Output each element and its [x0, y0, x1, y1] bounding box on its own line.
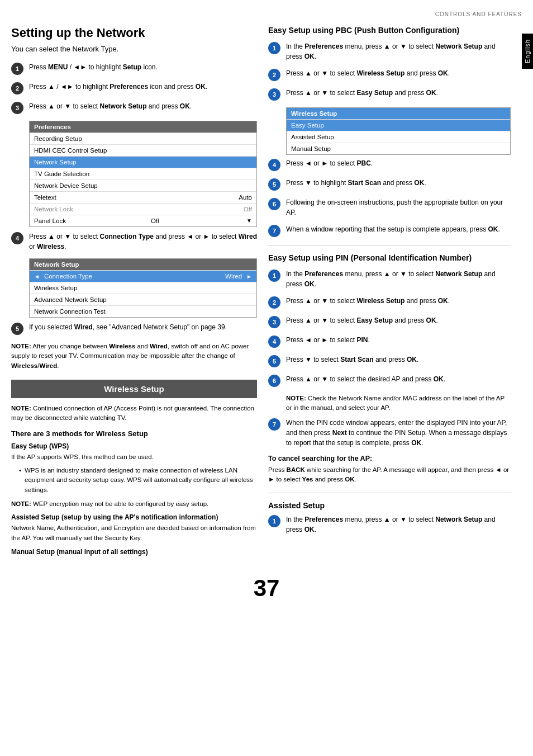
- menu-item-network-lock: Network Lock Off: [30, 204, 256, 215]
- pbc-step-2-text: Press ▲ or ▼ to select Wireless Setup an…: [286, 68, 511, 78]
- pbc-step-3: 3 Press ▲ or ▼ to select Easy Setup and …: [268, 88, 511, 101]
- wireless-setup-section-header: Wireless Setup: [11, 380, 257, 398]
- menu-item-panel-lock-label: Panel Lock: [34, 218, 66, 224]
- page-container: CONTROLS AND FEATURES English Setting up…: [0, 0, 533, 756]
- menu-item-network-device: Network Device Setup: [30, 180, 256, 192]
- controls-header: CONTROLS AND FEATURES: [0, 11, 533, 17]
- network-menu-connection-type: ◄ Connection Type Wired ►: [30, 271, 256, 282]
- pin-step-5-circle: 5: [268, 355, 280, 367]
- cancel-title: To cancel searching for the AP:: [268, 455, 511, 462]
- wireless-submenu-assisted: Assisted Setup: [287, 131, 510, 143]
- easy-setup-bullets: WPS is an industry standard designed to …: [19, 466, 257, 495]
- divider-2: [268, 493, 511, 493]
- step-1: 1 Press MENU / ◄► to highlight Setup ico…: [11, 62, 257, 75]
- pbc-step-6: 6 Following the on-screen instructions, …: [268, 197, 511, 218]
- step-1-text: Press MENU / ◄► to highlight Setup icon.: [29, 62, 257, 72]
- note-wep: NOTE: WEP encryption may not be able to …: [11, 499, 257, 509]
- network-menu-connection-test: Network Connection Test: [30, 306, 256, 317]
- assisted-step-1-text: In the Preferences menu, press ▲ or ▼ to…: [286, 514, 511, 535]
- pin-step-1: 1 In the Preferences menu, press ▲ or ▼ …: [268, 269, 511, 289]
- pbc-title: Easy Setup using PBC (Push Button Config…: [268, 26, 511, 35]
- step-2-text: Press ▲ / ◄► to highlight Preferences ic…: [29, 82, 257, 92]
- pin-title: Easy Setup using PIN (Personal Identific…: [268, 253, 511, 262]
- pbc-step-2-circle: 2: [268, 69, 280, 81]
- assisted-step-1: 1 In the Preferences menu, press ▲ or ▼ …: [268, 514, 511, 535]
- pbc-step-1-text: In the Preferences menu, press ▲ or ▼ to…: [286, 41, 511, 62]
- step-5: 5 If you selected Wired, see "Advanced N…: [11, 322, 257, 335]
- pin-step-3-circle: 3: [268, 316, 280, 328]
- menu-item-network-lock-label: Network Lock: [34, 206, 73, 212]
- main-content: Setting up the Network You can select th…: [0, 20, 533, 569]
- pin-step-4-text: Press ◄ or ► to select PIN.: [286, 335, 511, 345]
- pin-step-7-text: When the PIN code window appears, enter …: [286, 418, 511, 448]
- pbc-step-6-circle: 6: [268, 198, 280, 210]
- pbc-step-2: 2 Press ▲ or ▼ to select Wireless Setup …: [268, 68, 511, 81]
- step-4-text: Press ▲ or ▼ to select Connection Type a…: [29, 231, 257, 252]
- pin-step-3-text: Press ▲ or ▼ to select Easy Setup and pr…: [286, 315, 511, 325]
- pin-step-3: 3 Press ▲ or ▼ to select Easy Setup and …: [268, 315, 511, 328]
- pin-step-5-text: Press ▼ to select Start Scan and press O…: [286, 355, 511, 365]
- step-3-circle: 3: [11, 102, 23, 114]
- pbc-step-1-circle: 1: [268, 42, 280, 54]
- step-2-circle: 2: [11, 82, 23, 94]
- pin-step-2: 2 Press ▲ or ▼ to select Wireless Setup …: [268, 296, 511, 309]
- pin-step-1-text: In the Preferences menu, press ▲ or ▼ to…: [286, 269, 511, 289]
- menu-item-panel-lock: Panel Lock Off ▼: [30, 215, 256, 226]
- network-menu-wireless-setup: Wireless Setup: [30, 282, 256, 294]
- methods-title: There are 3 methods for Wireless Setup: [11, 429, 257, 438]
- page-title: Setting up the Network: [11, 26, 257, 40]
- manual-setup-subheading: Manual Setup (manual input of all settin…: [11, 548, 257, 556]
- pbc-step-7-text: When a window reporting that the setup i…: [286, 224, 511, 234]
- pin-step-7-circle: 7: [268, 418, 280, 431]
- menu-item-network-setup: Network Setup: [30, 157, 256, 168]
- pbc-step-4-circle: 4: [268, 159, 280, 171]
- network-menu-header: Network Setup: [30, 259, 256, 271]
- pin-step-6-circle: 6: [268, 375, 280, 387]
- pbc-step-5-circle: 5: [268, 178, 280, 191]
- assisted-step-1-circle: 1: [268, 515, 280, 527]
- right-column: Easy Setup using PBC (Push Button Config…: [268, 26, 522, 558]
- pbc-step-7: 7 When a window reporting that the setup…: [268, 224, 511, 237]
- wireless-submenu-easy: Easy Setup: [287, 120, 510, 131]
- pin-step-7: 7 When the PIN code window appears, ente…: [268, 418, 511, 448]
- pbc-step-5: 5 Press ▼ to highlight Start Scan and pr…: [268, 178, 511, 191]
- left-column: Setting up the Network You can select th…: [11, 26, 257, 558]
- step-3: 3 Press ▲ or ▼ to select Network Setup a…: [11, 101, 257, 114]
- connection-type-label: Connection Type: [40, 273, 225, 280]
- wireless-submenu-header: Wireless Setup: [287, 108, 510, 120]
- step-5-text: If you selected Wired, see "Advanced Net…: [29, 322, 257, 332]
- menu-item-panel-lock-value: Off: [151, 218, 159, 224]
- preferences-menu: Preferences Recording Setup HDMI CEC Con…: [29, 121, 257, 227]
- step-4: 4 Press ▲ or ▼ to select Connection Type…: [11, 231, 257, 252]
- wireless-submenu: Wireless Setup Easy Setup Assisted Setup…: [286, 107, 511, 155]
- pbc-step-1: 1 In the Preferences menu, press ▲ or ▼ …: [268, 41, 511, 62]
- pin-step-2-circle: 2: [268, 296, 280, 309]
- subtitle: You can select the Network Type.: [11, 45, 257, 53]
- divider-1: [268, 245, 511, 245]
- wireless-submenu-manual: Manual Setup: [287, 143, 510, 154]
- pbc-step-4: 4 Press ◄ or ► to select PBC.: [268, 158, 511, 171]
- pin-step-5: 5 Press ▼ to select Start Scan and press…: [268, 355, 511, 367]
- menu-header-preferences: Preferences: [30, 121, 256, 133]
- connection-type-value: Wired: [225, 273, 242, 280]
- menu-item-hdmi: HDMI CEC Control Setup: [30, 145, 256, 157]
- easy-setup-body: If the AP supports WPS, this method can …: [11, 452, 257, 462]
- menu-item-teletext-label: Teletext: [34, 194, 56, 201]
- pin-step-1-circle: 1: [268, 270, 280, 282]
- menu-item-network-lock-value: Off: [244, 206, 252, 212]
- network-setup-menu: Network Setup ◄ Connection Type Wired ► …: [29, 258, 257, 318]
- step-1-circle: 1: [11, 63, 23, 75]
- easy-setup-title: Easy Setup (WPS): [11, 442, 257, 450]
- pbc-step-7-circle: 7: [268, 225, 280, 237]
- pbc-step-6-text: Following the on-screen instructions, pu…: [286, 197, 511, 218]
- assisted-setup-title: Assisted Setup: [268, 501, 511, 510]
- assisted-setup-subheading: Assisted Setup (setup by using the AP's …: [11, 513, 257, 521]
- pbc-step-3-circle: 3: [268, 88, 280, 101]
- step-2: 2 Press ▲ / ◄► to highlight Preferences …: [11, 82, 257, 94]
- note-wired-wireless: NOTE: After you change between Wireless …: [11, 342, 257, 371]
- pin-step-2-text: Press ▲ or ▼ to select Wireless Setup an…: [286, 296, 511, 306]
- step-4-circle: 4: [11, 232, 23, 244]
- pin-step-4: 4 Press ◄ or ► to select PIN.: [268, 335, 511, 348]
- step-5-circle: 5: [11, 323, 23, 335]
- menu-item-teletext: Teletext Auto: [30, 192, 256, 204]
